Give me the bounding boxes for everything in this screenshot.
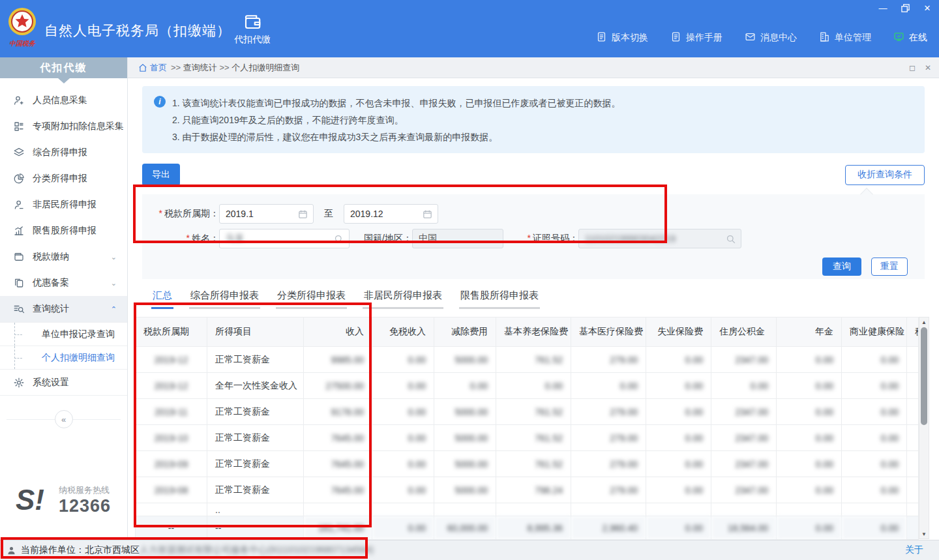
top-nav: 版本切换操作手册消息中心单位管理在线 [596, 31, 927, 44]
period-to-input[interactable]: 2019.12 [344, 204, 438, 224]
table-row[interactable]: .. [136, 503, 919, 516]
table-cell: 761.52 [496, 425, 571, 451]
close-icon[interactable]: ✕ [922, 3, 932, 13]
table-row[interactable]: 2019-12全年一次性奖金收入27500.000.000.000.000.00… [136, 373, 919, 399]
table-cell: 2347.00 [711, 347, 777, 373]
breadcrumb-trail: >> 查询统计 >> 个人扣缴明细查询 [171, 62, 299, 74]
table-cell [907, 477, 919, 503]
column-header: 商业健康保险 [842, 317, 907, 347]
nav-item-org-management[interactable]: 单位管理 [819, 31, 871, 44]
table-cell: 0.00 [646, 516, 711, 540]
table-cell: 2347.00 [711, 425, 777, 451]
table-cell: 0.00 [777, 451, 842, 477]
module-tab-withholding[interactable]: 代扣代缴 [224, 0, 280, 57]
tab-3[interactable]: 非居民所得申报表 [363, 289, 443, 309]
name-input[interactable]: 马某 [219, 229, 350, 248]
sidebar-item-restricted-stock[interactable]: 限售股所得申报 [0, 218, 127, 244]
current-operating-unit: 当前操作单位：北京市西城区人力资源测试有限公司服务中心(911101021968… [21, 544, 374, 556]
gear-icon [13, 377, 25, 389]
table-cell: 0.00 [496, 373, 571, 399]
table-row[interactable]: 2019-08正常工资薪金7645.000.005000.00798.24279… [136, 477, 919, 503]
sidebar-item-system-settings[interactable]: 系统设置 [0, 370, 127, 396]
tab-0[interactable]: 汇总 [151, 289, 173, 309]
table-row[interactable]: 2019-10正常工资薪金7645.000.005000.00761.52279… [136, 425, 919, 451]
sidebar-item-preferential-record[interactable]: 优惠备案⌄ [0, 270, 127, 296]
column-header: 基本养老保险费 [496, 317, 571, 347]
calendar-icon[interactable] [422, 209, 433, 220]
hotline-label: 纳税服务热线 [59, 484, 127, 496]
collapse-query-button[interactable]: 收折查询条件 [845, 165, 925, 185]
table-cell: 0.00 [372, 451, 434, 477]
vertical-scroll-thumb[interactable] [921, 327, 927, 425]
vertical-scrollbar[interactable]: ▲ ▼ [919, 317, 929, 539]
table-cell: 5000.00 [434, 425, 496, 451]
person-add-icon [13, 95, 25, 106]
tab-1[interactable]: 综合所得申报表 [189, 289, 260, 309]
tab-4[interactable]: 限售股所得申报表 [459, 289, 540, 309]
panel-maximize-icon[interactable]: ◻ [909, 63, 916, 72]
table-cell: 9178.00 [304, 399, 372, 425]
doc-icon [596, 31, 607, 44]
sidebar-item-special-deduction[interactable]: 专项附加扣除信息采集 [0, 113, 127, 140]
panel-close-icon[interactable]: ✕ [925, 63, 931, 72]
id-number-input[interactable]: 110102199903042219 [578, 229, 741, 248]
breadcrumb-home[interactable]: 首页 [138, 62, 167, 74]
sidebar-collapse-button[interactable]: « [55, 410, 73, 428]
table-total-row[interactable]: ----161,741.000.0060,000.008,995.362,960… [136, 516, 919, 540]
sidebar-item-comprehensive-income[interactable]: 综合所得申报 [0, 140, 127, 166]
nav-item-version-switch[interactable]: 版本切换 [596, 31, 648, 44]
column-header: 失业保险费 [646, 317, 711, 347]
table-cell: 0.00 [842, 399, 907, 425]
nationality-input[interactable]: 中国 [412, 229, 503, 248]
export-button[interactable]: 导出 [142, 164, 180, 186]
table-cell: 2019-09 [136, 451, 207, 477]
table-cell: 279.00 [571, 477, 646, 503]
scroll-up-icon[interactable]: ▲ [919, 317, 929, 327]
nationality-label: 国籍/地区： [350, 233, 412, 244]
form-list-icon [13, 121, 25, 132]
about-link[interactable]: 关于 [905, 544, 923, 556]
table-zone: 税款所属期所得项目收入免税收入减除费用基本养老保险费基本医疗保险费失业保险费住房… [135, 317, 932, 540]
table-cell [136, 503, 207, 516]
sidebar-item-nonresident-income[interactable]: 非居民所得申报 [0, 192, 127, 218]
calendar-icon[interactable] [297, 209, 308, 220]
table-row[interactable]: 2019-09正常工资薪金7645.000.005000.00761.52279… [136, 451, 919, 477]
sidebar-item-query-statistics[interactable]: 查询统计⌃ [0, 296, 127, 322]
table-cell [907, 451, 919, 477]
tab-2[interactable]: 分类所得申报表 [276, 289, 347, 309]
top-header: 中国税务 自然人电子税务局（扣缴端） 代扣代缴 版本切换操作手册消息中心单位管理… [0, 0, 939, 57]
column-header: 年金 [777, 317, 842, 347]
search-icon[interactable] [333, 233, 344, 244]
column-header: 所得项目 [207, 317, 304, 347]
search-icon[interactable] [725, 233, 736, 244]
table-cell [711, 503, 777, 516]
hotline-number: 12366 [59, 496, 127, 516]
notice-line: 1. 该查询统计表仅能查询已申报成功的数据，不包含未申报、申报失败，已申报但已作… [172, 95, 912, 111]
period-from-input[interactable]: 2019.1 [219, 204, 314, 224]
to-label: 至 [314, 208, 344, 220]
content-area: i 1. 该查询统计表仅能查询已申报成功的数据，不包含未申报、申报失败，已申报但… [128, 78, 939, 540]
table-row[interactable]: 2019-11正常工资薪金9178.000.005000.00761.52279… [136, 399, 919, 425]
table-cell: 0.00 [372, 477, 434, 503]
breadcrumb-item[interactable]: 个人扣缴明细查询 [231, 63, 299, 72]
reset-button[interactable]: 重置 [871, 258, 908, 276]
sidebar-item-personnel-info[interactable]: 人员信息采集 [0, 87, 127, 113]
restore-icon[interactable] [900, 3, 910, 13]
wallet-icon [13, 251, 25, 263]
nav-item-online-status[interactable]: 在线 [893, 31, 927, 44]
sidebar-item-tax-payment[interactable]: 税款缴纳⌄ [0, 244, 127, 270]
breadcrumb-item[interactable]: 查询统计 [183, 63, 217, 72]
table-cell: 0.00 [372, 399, 434, 425]
panel-controls: ◻ ✕ [909, 57, 931, 78]
table-row[interactable]: 2019-12正常工资薪金9985.000.005000.00761.52279… [136, 347, 919, 373]
query-button[interactable]: 查询 [822, 258, 861, 276]
sidebar-item-classified-income[interactable]: 分类所得申报 [0, 166, 127, 192]
scroll-down-icon[interactable]: ▼ [919, 529, 929, 538]
nav-item-manual[interactable]: 操作手册 [670, 31, 723, 44]
table-cell: 161,741.00 [304, 516, 372, 540]
sidebar-subitem-unit-report-query[interactable]: 单位申报记录查询 [0, 323, 127, 346]
table-cell: 全年一次性奖金收入 [207, 373, 304, 399]
sidebar-subitem-personal-withholding-query[interactable]: 个人扣缴明细查询 [0, 346, 127, 370]
minimize-icon[interactable]: — [878, 3, 888, 13]
nav-item-message-center[interactable]: 消息中心 [745, 31, 797, 44]
